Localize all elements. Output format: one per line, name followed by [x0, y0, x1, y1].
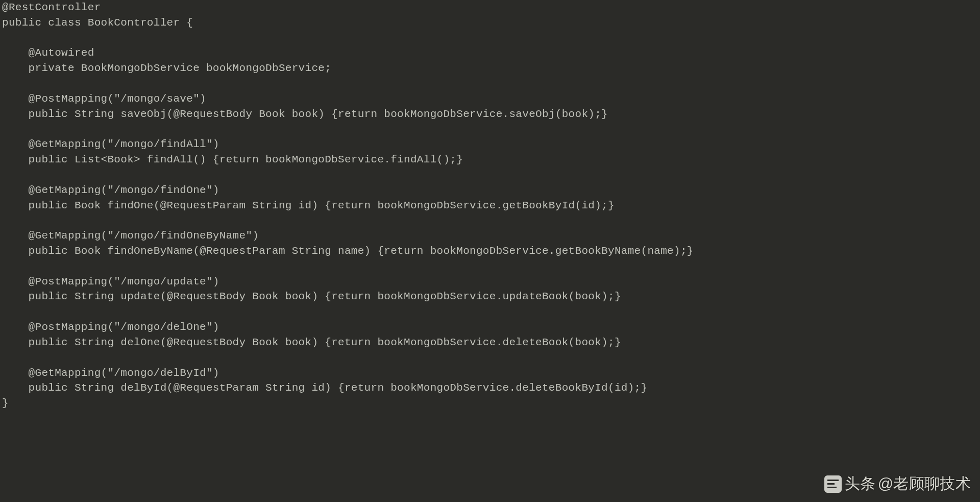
code-line: public Book findOne(@RequestParam String… [2, 200, 615, 211]
code-line: @PostMapping("/mongo/update") [2, 276, 219, 288]
code-line: @RestController [2, 2, 101, 13]
code-line: public String saveObj(@RequestBody Book … [2, 108, 608, 120]
code-line: @PostMapping("/mongo/save") [2, 93, 206, 105]
code-line: public String delOne(@RequestBody Book b… [2, 337, 621, 348]
code-line: private BookMongoDbService bookMongoDbSe… [2, 62, 331, 74]
code-line: public String delById(@RequestParam Stri… [2, 382, 647, 394]
watermark: 头条 @老顾聊技术 [824, 473, 971, 495]
watermark-handle: @老顾聊技术 [878, 473, 971, 495]
code-line: public String update(@RequestBody Book b… [2, 291, 621, 302]
code-line: @GetMapping("/mongo/findAll") [2, 138, 219, 150]
code-line: public class BookController { [2, 17, 193, 29]
code-line: @GetMapping("/mongo/delById") [2, 367, 219, 379]
svg-rect-1 [827, 480, 839, 481]
code-line: @GetMapping("/mongo/findOneByName") [2, 230, 259, 242]
code-line: public List<Book> findAll() {return book… [2, 154, 463, 165]
watermark-prefix: 头条 [845, 473, 876, 495]
code-line: public Book findOneByName(@RequestParam … [2, 245, 694, 257]
code-line: } [2, 397, 9, 409]
svg-rect-3 [827, 487, 837, 488]
toutiao-logo-icon [824, 475, 842, 493]
code-line: @GetMapping("/mongo/findOne") [2, 184, 219, 196]
code-line: @PostMapping("/mongo/delOne") [2, 321, 219, 333]
code-line: @Autowired [2, 47, 94, 59]
svg-rect-2 [827, 483, 835, 485]
code-block: @RestController public class BookControl… [0, 0, 980, 411]
